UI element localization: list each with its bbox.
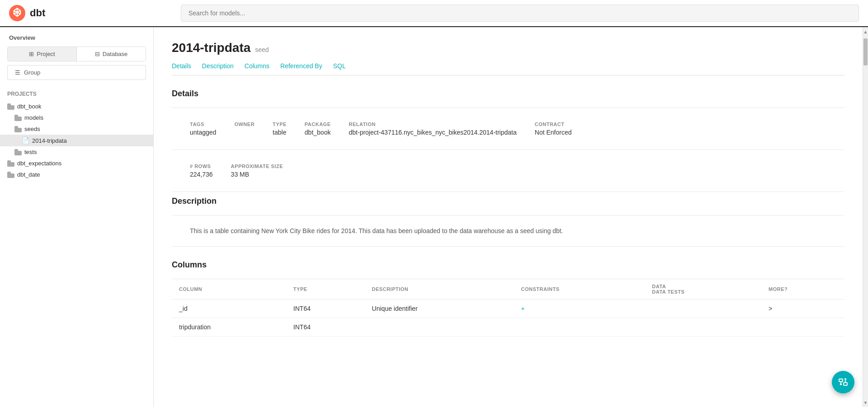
col-header-type: TYPE (286, 279, 365, 299)
tags-value: untagged (190, 129, 216, 136)
cell-type: INT64 (286, 299, 365, 318)
logo-area: dbt (9, 5, 163, 21)
cell-constraints[interactable]: + (514, 299, 645, 318)
details-section-title: Details (172, 89, 844, 98)
group-icon: ☰ (15, 69, 20, 76)
section-divider-3 (172, 192, 844, 192)
page-title-row: 2014-tripdata seed (172, 41, 844, 55)
search-bar[interactable] (181, 5, 859, 22)
tab-referenced-by[interactable]: Referenced By (280, 62, 322, 75)
projects-label: Projects (0, 87, 153, 101)
type-label: TYPE (273, 122, 287, 127)
tab-buttons: ⊞ Project ⊟ Database (7, 47, 146, 61)
sidebar-item-2014-tripdata[interactable]: 📄 2014-tripdata (0, 135, 153, 146)
cell-more (761, 318, 844, 337)
contract-value: Not Enforced (535, 129, 572, 136)
project-tab-icon: ⊞ (29, 51, 34, 57)
table-row: _id INT64 Unique identifier + > (172, 299, 844, 318)
cell-data-tests (645, 299, 761, 318)
size-label: APPROXIMATE SIZE (231, 164, 283, 169)
col-header-description: DESCRIPTION (365, 279, 514, 299)
package-label: PACKAGE (305, 122, 331, 127)
columns-table: COLUMN TYPE DESCRIPTION CONSTRAINTS DATA… (172, 279, 844, 337)
detail-relation: RELATION dbt-project-437116.nyc_bikes_ny… (349, 122, 517, 136)
contract-label: CONTRACT (535, 122, 572, 127)
content-area: 2014-tripdata seed Details Description C… (154, 27, 863, 407)
sidebar-item-dbt_expectations[interactable]: dbt_expectations (0, 158, 153, 169)
description-section-title: Description (172, 196, 844, 206)
fab-button[interactable] (832, 371, 854, 393)
file-icon: 📄 (22, 137, 29, 144)
logo-text: dbt (30, 7, 45, 19)
scrollbar-thumb[interactable] (863, 38, 868, 65)
detail-tags: TAGS untagged (190, 122, 216, 136)
right-scrollbar: ▲ ▼ (863, 27, 868, 407)
col-header-more: MORE? (761, 279, 844, 299)
overview-label: Overview (7, 34, 146, 41)
cell-type: INT64 (286, 318, 365, 337)
columns-section-title: Columns (172, 260, 844, 270)
cell-column-name: tripduration (172, 318, 286, 337)
search-input[interactable] (181, 5, 859, 22)
tab-columns[interactable]: Columns (245, 62, 269, 75)
section-divider-4 (172, 215, 844, 215)
tab-description[interactable]: Description (202, 62, 234, 75)
detail-package: PACKAGE dbt_book (305, 122, 331, 136)
main-layout: Overview ⊞ Project ⊟ Database ☰ Group Pr… (0, 27, 868, 407)
description-text: This is a table containing New York City… (172, 220, 844, 242)
scrollbar-track (863, 36, 868, 398)
nav-tabs: Details Description Columns Referenced B… (172, 62, 844, 75)
table-row: tripduration INT64 (172, 318, 844, 337)
tab-details[interactable]: Details (172, 62, 191, 75)
svg-rect-5 (844, 383, 847, 385)
sidebar-item-seeds[interactable]: seeds (0, 123, 153, 135)
group-button[interactable]: ☰ Group (7, 65, 146, 80)
folder-icon (14, 126, 22, 132)
details-grid: TAGS untagged OWNER TYPE table PACKAGE d… (172, 112, 844, 145)
scroll-down-arrow[interactable]: ▼ (863, 398, 868, 407)
col-header-constraints: CONSTRAINTS (514, 279, 645, 299)
sidebar-item-tests[interactable]: tests (0, 146, 153, 158)
col-header-column: COLUMN (172, 279, 286, 299)
section-divider-5 (172, 246, 844, 247)
scroll-up-arrow[interactable]: ▲ (863, 27, 868, 36)
tab-project[interactable]: ⊞ Project (8, 47, 77, 61)
fab-icon (838, 377, 848, 387)
rows-label: # ROWS (190, 164, 213, 169)
detail-type: TYPE table (273, 122, 287, 136)
svg-rect-4 (839, 379, 843, 382)
tags-label: TAGS (190, 122, 216, 127)
details-section: Details TAGS untagged OWNER TYPE table P… (172, 89, 844, 192)
detail-size: APPROXIMATE SIZE 33 MB (231, 164, 283, 178)
owner-label: OWNER (234, 122, 255, 127)
columns-table-header: COLUMN TYPE DESCRIPTION CONSTRAINTS DATA… (172, 279, 844, 299)
section-divider-2 (172, 150, 844, 150)
folder-icon (7, 103, 14, 110)
columns-section: Columns COLUMN TYPE DESCRIPTION CONSTRAI… (172, 260, 844, 337)
sidebar: Overview ⊞ Project ⊟ Database ☰ Group Pr… (0, 27, 154, 407)
type-value: table (273, 129, 287, 136)
top-bar: dbt (0, 0, 868, 27)
description-section: Description This is a table containing N… (172, 196, 844, 247)
rows-value: 224,736 (190, 171, 213, 178)
sidebar-header: Overview ⊞ Project ⊟ Database ☰ Group (0, 27, 153, 87)
folder-icon (14, 115, 22, 121)
tab-sql[interactable]: SQL (333, 62, 346, 75)
package-value: dbt_book (305, 129, 331, 136)
sidebar-item-dbt_book[interactable]: dbt_book (0, 101, 153, 112)
folder-icon (7, 172, 14, 178)
tab-database[interactable]: ⊟ Database (77, 47, 146, 61)
dbt-logo-icon (9, 5, 25, 21)
relation-value: dbt-project-437116.nyc_bikes_nyc_bikes20… (349, 129, 517, 136)
cell-constraints (514, 318, 645, 337)
detail-contract: CONTRACT Not Enforced (535, 122, 572, 136)
detail-rows: # ROWS 224,736 (190, 164, 213, 178)
cell-more[interactable]: > (761, 299, 844, 318)
folder-icon (14, 149, 22, 155)
relation-label: RELATION (349, 122, 517, 127)
columns-table-body: _id INT64 Unique identifier + > tripdura… (172, 299, 844, 337)
section-divider-1 (172, 108, 844, 108)
sidebar-item-models[interactable]: models (0, 112, 153, 123)
detail-owner: OWNER (234, 122, 255, 136)
sidebar-item-dbt_date[interactable]: dbt_date (0, 169, 153, 180)
